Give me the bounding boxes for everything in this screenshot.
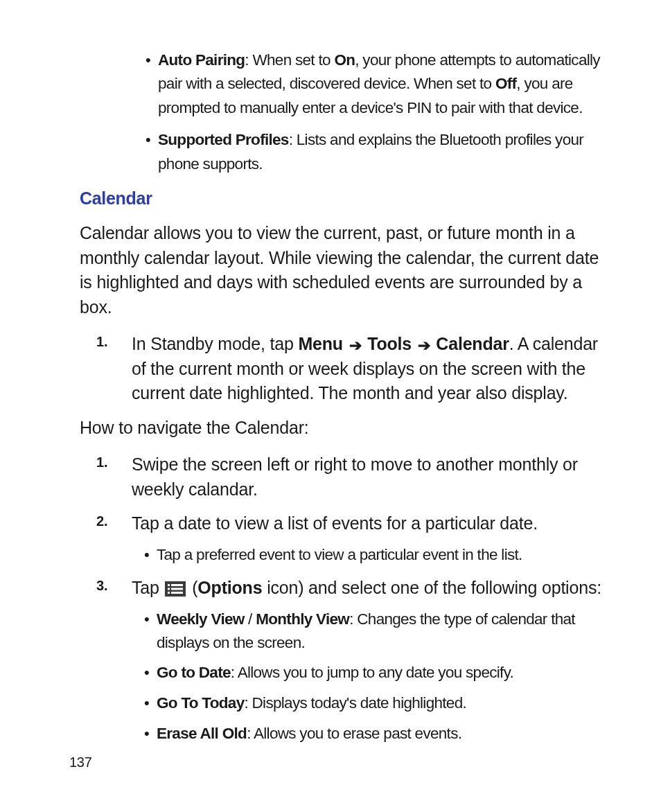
step-number: 1. <box>96 454 108 470</box>
step-number: 3. <box>96 578 108 594</box>
step-text: Tap a date to view a list of events for … <box>132 511 612 536</box>
nav-step-3: 3. Tap (Options icon) and select one of … <box>69 576 612 745</box>
nav-steps: 1. Swipe the screen left or right to mov… <box>69 452 612 745</box>
options-list: Weekly View / Monthly View: Changes the … <box>144 608 612 745</box>
nav-step-2: 2. Tap a date to view a list of events f… <box>69 511 612 566</box>
bold-off: Off <box>495 75 516 92</box>
sub-bullet: Tap a preferred event to view a particul… <box>144 543 612 567</box>
section-heading-calendar: Calendar <box>80 188 612 209</box>
arrow-icon: ➔ <box>418 335 430 356</box>
nav-label: How to navigate the Calendar: <box>80 416 612 441</box>
option-erase-all-old: Erase All Old: Allows you to erase past … <box>144 722 612 745</box>
setup-steps: 1. In Standby mode, tap Menu ➔ Tools ➔ C… <box>69 332 612 406</box>
page-content: Auto Pairing: When set to On, your phone… <box>0 0 661 783</box>
svg-rect-1 <box>168 584 170 586</box>
step-1: 1. In Standby mode, tap Menu ➔ Tools ➔ C… <box>69 332 612 406</box>
top-bullet-list: Auto Pairing: When set to On, your phone… <box>146 48 612 176</box>
intro-paragraph: Calendar allows you to view the current,… <box>80 221 612 319</box>
bullet-supported-profiles: Supported Profiles: Lists and explains t… <box>146 128 612 176</box>
nav-step-2-sub: Tap a preferred event to view a particul… <box>144 543 612 567</box>
step-number: 2. <box>96 513 108 529</box>
svg-rect-6 <box>171 592 183 594</box>
svg-rect-2 <box>171 584 183 586</box>
option-go-to-today: Go To Today: Displays today's date highl… <box>144 691 612 715</box>
label: Supported Profiles <box>158 131 289 148</box>
step-text: In Standby mode, tap Menu ➔ Tools ➔ Cale… <box>132 332 612 406</box>
arrow-icon: ➔ <box>349 335 362 356</box>
text: : When set to <box>245 51 334 69</box>
option-go-to-date: Go to Date: Allows you to jump to any da… <box>144 661 612 685</box>
nav-step-1: 1. Swipe the screen left or right to mov… <box>69 452 612 502</box>
label: Auto Pairing <box>158 51 245 69</box>
step-text: Tap (Options icon) and select one of the… <box>132 576 612 601</box>
step-number: 1. <box>96 334 108 350</box>
svg-rect-5 <box>168 592 170 594</box>
option-weekly-monthly: Weekly View / Monthly View: Changes the … <box>144 608 612 655</box>
bullet-auto-pairing: Auto Pairing: When set to On, your phone… <box>146 48 612 120</box>
step-text: Swipe the screen left or right to move t… <box>132 452 612 502</box>
bold-on: On <box>334 51 355 69</box>
options-list-icon <box>165 581 186 597</box>
page-number: 137 <box>69 754 91 770</box>
svg-rect-3 <box>168 588 170 590</box>
svg-rect-4 <box>171 588 183 590</box>
